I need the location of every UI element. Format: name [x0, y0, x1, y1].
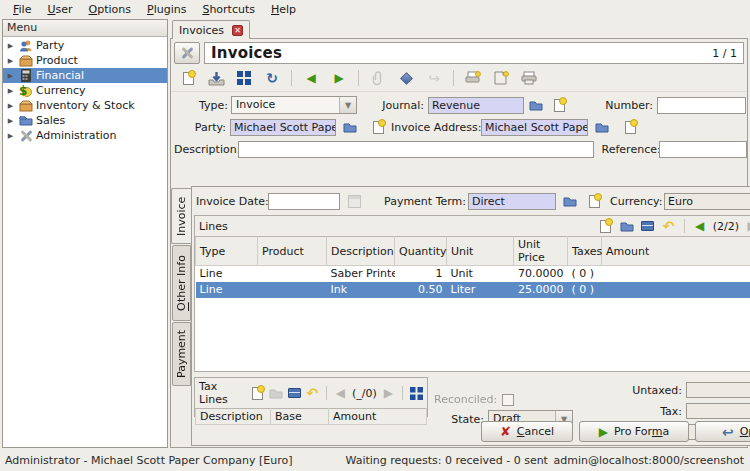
tax-previous-button[interactable]: ◀	[334, 385, 347, 401]
invoice-date-label: Invoice Date:	[196, 195, 264, 208]
column-header[interactable]: Unit Price	[514, 237, 568, 266]
party-input[interactable]: Michael Scott Paper Company	[230, 119, 336, 136]
report-button[interactable]	[462, 68, 484, 88]
lines-empty-area[interactable]	[195, 298, 750, 372]
sidebar-item-currency[interactable]: ▶ $ Currency	[3, 83, 167, 98]
attachment-button[interactable]	[367, 68, 389, 88]
tax-new-button[interactable]	[250, 385, 263, 401]
previous-record-button[interactable]: ◀	[300, 68, 322, 88]
payment-term-new-button[interactable]	[586, 193, 602, 209]
tax-lines-table: Description Base Amount	[195, 408, 427, 425]
invoice-address-open-button[interactable]	[594, 119, 610, 135]
cancel-button[interactable]: ✘ Cancel	[481, 421, 573, 442]
sidebar-item-product[interactable]: ▶ Product	[3, 53, 167, 68]
tab-invoice[interactable]: Invoice	[171, 188, 191, 244]
payment-term-input[interactable]: Direct	[468, 193, 556, 210]
invoice-address-input[interactable]: Michael Scott Paper Company	[481, 119, 588, 136]
column-header[interactable]: Description	[327, 237, 395, 266]
journal-new-button[interactable]	[551, 97, 567, 113]
menu-shortcuts[interactable]: Shortcuts	[195, 2, 262, 17]
lines-next-button[interactable]: ▶	[744, 218, 750, 234]
tax-value: 0.00	[686, 403, 750, 419]
column-header[interactable]: Taxes	[568, 237, 602, 266]
party-open-button[interactable]	[342, 119, 358, 135]
expander-icon[interactable]: ▶	[6, 117, 15, 125]
tab-payment[interactable]: Payment	[172, 322, 191, 386]
new-record-button[interactable]	[177, 68, 199, 88]
column-header[interactable]: Type	[196, 237, 258, 266]
invoice-address-new-button[interactable]	[622, 119, 638, 135]
save-button[interactable]	[205, 68, 227, 88]
chevron-down-icon: ▼	[339, 97, 356, 113]
number-input[interactable]	[657, 97, 746, 114]
lines-new-button[interactable]	[598, 218, 614, 234]
print-button[interactable]	[518, 68, 540, 88]
menu-help[interactable]: Help	[264, 2, 303, 17]
column-header[interactable]: Unit	[447, 237, 514, 266]
menu-options[interactable]: Options	[82, 2, 138, 17]
tab-invoices[interactable]: Invoices ✕	[172, 20, 250, 39]
journal-input[interactable]: Revenue	[428, 97, 524, 114]
expander-icon[interactable]: ▶	[6, 72, 15, 80]
table-row[interactable]: Line Saber Printer 1 Unit 70.0000 ( 0 ) …	[196, 266, 750, 282]
expander-icon[interactable]: ▶	[6, 42, 15, 50]
tax-undo-button[interactable]: ↶	[306, 385, 319, 401]
column-header[interactable]: Base	[271, 409, 329, 425]
sidebar-item-administration[interactable]: ▶ Administration	[3, 128, 167, 143]
table-row-selected[interactable]: Line Ink 0.50 Liter 25.0000 ( 0 ) 12.50	[196, 282, 750, 298]
payment-term-label: Payment Term:	[384, 195, 464, 208]
switch-view-button[interactable]	[233, 68, 255, 88]
reference-input[interactable]	[659, 141, 747, 158]
date-picker-button[interactable]	[346, 193, 362, 209]
menu-file[interactable]: File	[6, 2, 38, 17]
sidebar-item-party[interactable]: ▶ Party	[3, 38, 167, 53]
tax-switch-button[interactable]	[410, 385, 423, 401]
sidebar-item-sales[interactable]: ▶ Sales	[3, 113, 167, 128]
party-new-button[interactable]	[370, 119, 386, 135]
payment-term-open-button[interactable]	[562, 193, 578, 209]
folder-icon	[269, 388, 283, 399]
tax-next-button[interactable]: ▶	[382, 385, 395, 401]
column-header[interactable]: Quantity	[395, 237, 447, 266]
lines-previous-button[interactable]: ◀	[692, 218, 708, 234]
menu-plugins[interactable]: Plugins	[140, 2, 193, 17]
cell-unit-price: 25.0000	[514, 282, 568, 298]
party-icon	[18, 39, 33, 52]
lines-open-button[interactable]	[619, 218, 635, 234]
pro-forma-button[interactable]: ▶ Pro Forma	[579, 421, 689, 442]
next-record-button[interactable]: ▶	[328, 68, 350, 88]
menu-user[interactable]: User	[40, 2, 79, 17]
reload-button[interactable]: ↻	[261, 68, 283, 88]
open-button[interactable]: ↩ Open	[695, 421, 750, 442]
close-tab-icon[interactable]: ✕	[232, 25, 243, 36]
expander-icon[interactable]: ▶	[6, 102, 15, 110]
reconciled-checkbox[interactable]	[502, 394, 514, 406]
view-tools-button[interactable]	[174, 42, 200, 64]
relate-button[interactable]: ↪	[423, 68, 445, 88]
expander-icon[interactable]: ▶	[6, 87, 15, 95]
summary-panel: Reconciled: State: Draft ▼	[428, 377, 750, 417]
pro-forma-icon: ▶	[599, 426, 608, 438]
column-header[interactable]: Amount	[329, 409, 427, 425]
sidebar-item-inventory[interactable]: ▶ Inventory & Stock	[3, 98, 167, 113]
email-button[interactable]	[490, 68, 512, 88]
type-combo[interactable]: Invoice ▼	[231, 96, 357, 114]
invoice-date-input[interactable]	[268, 193, 340, 210]
lines-delete-button[interactable]	[640, 218, 656, 234]
column-header[interactable]: Description	[196, 409, 271, 425]
tax-open-button[interactable]	[269, 385, 283, 401]
column-header[interactable]: Amount	[602, 237, 750, 266]
lines-undo-button[interactable]: ↶	[661, 218, 677, 234]
description-input[interactable]	[238, 141, 594, 158]
cell-type: Line	[196, 282, 258, 298]
column-header[interactable]: Product	[258, 237, 327, 266]
tab-other-info[interactable]: Other Info	[172, 245, 191, 321]
tax-delete-button[interactable]	[288, 385, 301, 401]
journal-open-button[interactable]	[528, 97, 544, 113]
currency-input[interactable]: Euro	[664, 193, 750, 210]
action-button[interactable]	[395, 68, 417, 88]
expander-icon[interactable]: ▶	[6, 57, 15, 65]
paperclip-icon	[372, 71, 384, 86]
expander-icon[interactable]: ▶	[6, 132, 15, 140]
sidebar-item-financial[interactable]: ▶ Financial	[3, 68, 167, 83]
